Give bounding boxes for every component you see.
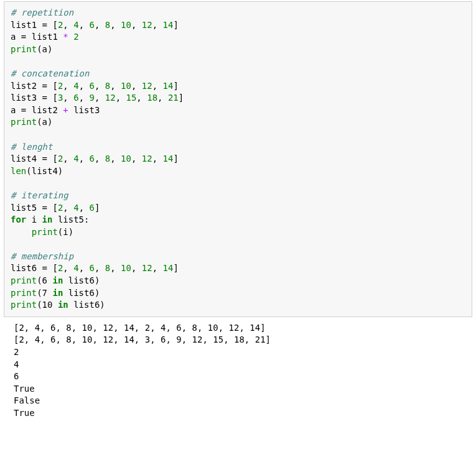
blank-line bbox=[11, 177, 465, 190]
code-line: a = list1 * 2 bbox=[11, 31, 465, 44]
output-line: False bbox=[14, 395, 466, 407]
comment: # membership bbox=[11, 251, 73, 261]
code-line: list4 = [2, 4, 6, 8, 10, 12, 14] bbox=[11, 153, 465, 165]
comment: # iterating bbox=[11, 190, 68, 200]
code-line: # repetition bbox=[11, 7, 465, 19]
code-line: list1 = [2, 4, 6, 8, 10, 12, 14] bbox=[11, 19, 465, 32]
code-line: a = list2 + list3 bbox=[11, 104, 465, 117]
code-line: # lenght bbox=[11, 141, 465, 154]
code-line: print(7 in list6) bbox=[11, 287, 465, 300]
code-line: print(a) bbox=[11, 116, 465, 129]
code-line: for i in list5: bbox=[11, 214, 465, 226]
comment: # repetition bbox=[11, 7, 73, 17]
code-line: len(list4) bbox=[11, 165, 465, 178]
output-line: 2 bbox=[14, 346, 466, 359]
output-line: 4 bbox=[14, 359, 466, 371]
code-line: # concatenation bbox=[11, 68, 465, 80]
comment: # lenght bbox=[11, 142, 52, 152]
code-line: # membership bbox=[11, 251, 465, 263]
blank-line bbox=[11, 129, 465, 141]
code-line: print(i) bbox=[11, 226, 465, 239]
code-line: print(10 in list6) bbox=[11, 299, 465, 312]
code-line: print(a) bbox=[11, 44, 465, 56]
code-line: print(6 in list6) bbox=[11, 275, 465, 287]
blank-line bbox=[11, 238, 465, 251]
output-line: [2, 4, 6, 8, 10, 12, 14, 3, 6, 9, 12, 15… bbox=[14, 334, 466, 346]
output-line: 6 bbox=[14, 371, 466, 383]
code-input-cell[interactable]: # repetition list1 = [2, 4, 6, 8, 10, 12… bbox=[4, 1, 472, 317]
output-line: True bbox=[14, 383, 466, 395]
comment: # concatenation bbox=[11, 68, 89, 78]
code-line: list3 = [3, 6, 9, 12, 15, 18, 21] bbox=[11, 92, 465, 104]
code-line: list5 = [2, 4, 6] bbox=[11, 202, 465, 215]
output-cell: [2, 4, 6, 8, 10, 12, 14, 2, 4, 6, 8, 10,… bbox=[4, 318, 472, 423]
code-line: list6 = [2, 4, 6, 8, 10, 12, 14] bbox=[11, 262, 465, 275]
code-line: list2 = [2, 4, 6, 8, 10, 12, 14] bbox=[11, 80, 465, 93]
output-line: True bbox=[14, 407, 466, 420]
blank-line bbox=[11, 55, 465, 68]
output-line: [2, 4, 6, 8, 10, 12, 14, 2, 4, 6, 8, 10,… bbox=[14, 322, 466, 335]
code-line: # iterating bbox=[11, 190, 465, 202]
